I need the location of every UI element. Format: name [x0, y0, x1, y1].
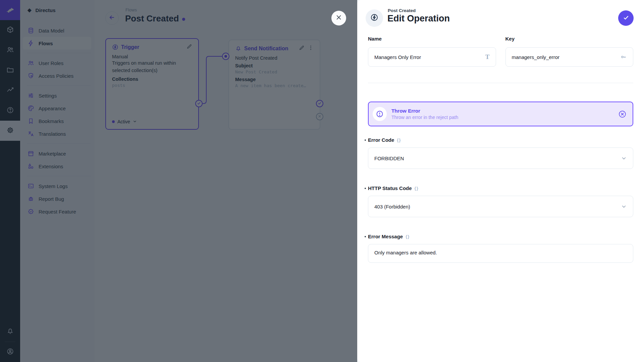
check-icon — [623, 14, 630, 22]
drawer-divider — [368, 83, 633, 83]
error-message-group: Error Message {} Only managers are allow… — [368, 233, 633, 263]
banner-subtitle: Throw an error in the reject path — [391, 115, 458, 120]
required-dot-icon — [365, 236, 366, 237]
key-label: Key — [505, 35, 634, 43]
error-code-label: Error Code — [368, 136, 394, 144]
key-field-group: Key managers_only_error — [505, 35, 634, 67]
title-format-icon[interactable]: T — [485, 53, 490, 61]
error-info-icon — [373, 107, 387, 121]
chevron-down-icon — [621, 203, 627, 209]
save-button[interactable] — [618, 10, 634, 26]
http-status-label-row: HTTP Status Code {} — [368, 184, 633, 192]
selected-operation-banner[interactable]: Throw Error Throw an error in the reject… — [368, 102, 633, 126]
http-status-group: HTTP Status Code {} 403 (Forbidden) — [368, 184, 633, 217]
chevron-down-icon — [621, 155, 627, 161]
edit-operation-drawer: Post Created Edit Operation Name Manager… — [357, 0, 644, 362]
directus-flows-screen: ◆ Directus Data Model Flows User Roles A… — [0, 0, 644, 362]
error-message-label-row: Error Message {} — [368, 233, 633, 241]
error-message-input[interactable]: Only managers are allowed. — [368, 244, 633, 263]
banner-title: Throw Error — [391, 108, 458, 114]
raw-value-toggle-icon[interactable]: {} — [397, 136, 401, 144]
http-status-select[interactable]: 403 (Forbidden) — [368, 196, 633, 217]
name-key-row: Name Managers Only Error T Key managers_… — [368, 35, 633, 67]
drawer-overlay-scrim[interactable] — [0, 0, 357, 362]
http-status-value: 403 (Forbidden) — [374, 204, 410, 209]
error-message-label: Error Message — [368, 233, 403, 241]
name-input[interactable]: Managers Only Error T — [368, 47, 496, 67]
error-code-group: Error Code {} FORBIDDEN — [368, 136, 633, 169]
deselect-operation-button[interactable] — [618, 110, 627, 118]
raw-value-toggle-icon[interactable]: {} — [415, 184, 419, 192]
http-status-label: HTTP Status Code — [368, 184, 412, 192]
required-dot-icon — [365, 139, 366, 141]
key-input[interactable]: managers_only_error — [505, 47, 634, 67]
error-code-select[interactable]: FORBIDDEN — [368, 147, 633, 169]
close-icon — [335, 14, 342, 22]
name-value: Managers Only Error — [374, 54, 421, 60]
error-code-value: FORBIDDEN — [374, 156, 404, 161]
required-dot-icon — [365, 188, 366, 189]
key-icon — [620, 54, 627, 60]
error-code-label-row: Error Code {} — [368, 136, 633, 144]
key-value: managers_only_error — [512, 54, 560, 60]
name-field-group: Name Managers Only Error T — [368, 35, 496, 67]
drawer-header-icon-badge — [366, 9, 383, 27]
close-drawer-button[interactable] — [331, 11, 346, 25]
name-label: Name — [368, 35, 496, 43]
error-message-value: Only managers are allowed. — [374, 250, 437, 255]
bolt-circle-icon — [370, 13, 378, 23]
raw-value-toggle-icon[interactable]: {} — [406, 233, 410, 241]
drawer-context-label: Post Created — [388, 8, 416, 13]
drawer-title: Edit Operation — [387, 13, 450, 24]
